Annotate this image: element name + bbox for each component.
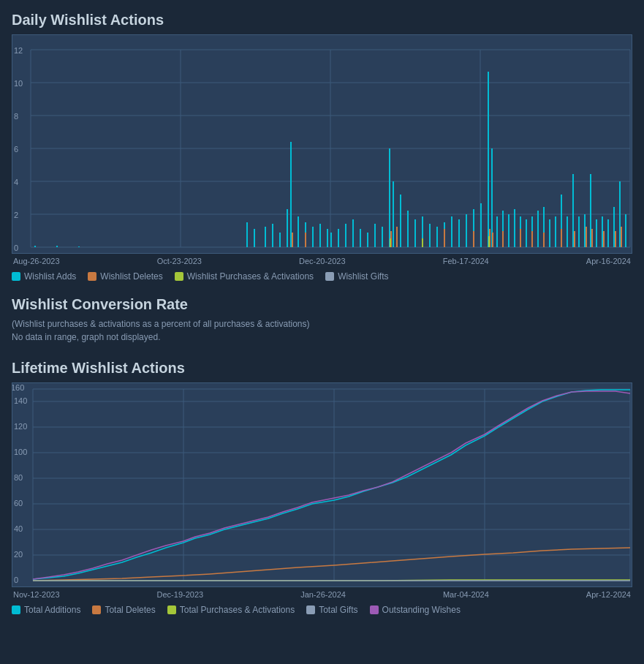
legend-color-purchases bbox=[175, 272, 183, 281]
legend-color-total-gifts bbox=[306, 605, 315, 614]
x-label-l5: Apr-12-2024 bbox=[586, 590, 631, 599]
svg-rect-42 bbox=[389, 148, 390, 247]
svg-rect-96 bbox=[591, 229, 593, 247]
conversion-title: Wishlist Conversion Rate bbox=[12, 296, 632, 313]
svg-text:20: 20 bbox=[14, 550, 23, 559]
svg-rect-72 bbox=[578, 216, 580, 247]
svg-rect-29 bbox=[298, 216, 299, 247]
svg-rect-70 bbox=[567, 216, 568, 247]
svg-rect-75 bbox=[596, 219, 597, 247]
svg-text:40: 40 bbox=[14, 524, 23, 533]
svg-rect-99 bbox=[621, 227, 622, 247]
svg-rect-81 bbox=[292, 233, 293, 247]
svg-text:4: 4 bbox=[14, 178, 18, 186]
svg-rect-88 bbox=[492, 233, 493, 247]
svg-rect-94 bbox=[574, 231, 575, 247]
svg-text:60: 60 bbox=[14, 499, 23, 508]
svg-rect-20 bbox=[56, 246, 58, 247]
svg-text:0: 0 bbox=[14, 576, 18, 584]
legend-label-adds: Wishlist Adds bbox=[24, 271, 76, 282]
svg-rect-79 bbox=[619, 181, 621, 247]
x-label-l4: Mar-04-2024 bbox=[443, 590, 489, 599]
svg-text:12: 12 bbox=[14, 46, 23, 55]
svg-rect-71 bbox=[572, 174, 574, 247]
svg-text:10: 10 bbox=[14, 79, 23, 88]
legend-color-outstanding bbox=[370, 605, 379, 614]
legend-item-total-purchases: Total Purchases & Activations bbox=[167, 605, 295, 615]
svg-rect-25 bbox=[272, 224, 273, 247]
svg-rect-38 bbox=[360, 229, 361, 247]
svg-rect-90 bbox=[520, 229, 521, 247]
x-label-l2: Dec-19-2023 bbox=[157, 590, 204, 599]
no-data-text: No data in range, graph not displayed. bbox=[12, 332, 632, 342]
svg-rect-74 bbox=[590, 174, 591, 247]
legend-item-purchases: Wishlist Purchases & Activations bbox=[175, 271, 314, 282]
svg-rect-53 bbox=[466, 214, 467, 247]
x-label-4: Feb-17-2024 bbox=[443, 257, 489, 265]
conversion-section: Wishlist Conversion Rate (Wishlist purch… bbox=[12, 296, 632, 342]
svg-rect-55 bbox=[480, 203, 482, 247]
legend-color-gifts bbox=[325, 272, 334, 281]
svg-text:120: 120 bbox=[14, 422, 27, 431]
svg-text:140: 140 bbox=[14, 396, 27, 405]
svg-rect-91 bbox=[531, 231, 533, 247]
svg-rect-98 bbox=[615, 231, 616, 247]
x-label-l1: Nov-12-2023 bbox=[13, 590, 60, 599]
svg-rect-84 bbox=[396, 227, 398, 247]
svg-text:80: 80 bbox=[14, 473, 23, 482]
x-label-l3: Jan-26-2024 bbox=[300, 590, 346, 599]
svg-rect-35 bbox=[338, 229, 339, 247]
svg-rect-23 bbox=[254, 229, 255, 247]
svg-rect-82 bbox=[305, 233, 306, 247]
legend-item-total-adds: Total Additions bbox=[12, 605, 80, 615]
svg-rect-67 bbox=[549, 219, 550, 247]
legend-item-total-gifts: Total Gifts bbox=[306, 605, 357, 615]
svg-rect-48 bbox=[429, 224, 431, 247]
svg-rect-80 bbox=[625, 214, 626, 247]
svg-rect-21 bbox=[78, 246, 80, 247]
svg-rect-77 bbox=[607, 219, 609, 247]
legend-label-total-deletes: Total Deletes bbox=[105, 605, 155, 615]
conversion-subtitle: (Wishlist purchases & activations as a p… bbox=[12, 319, 632, 329]
svg-rect-49 bbox=[436, 227, 438, 247]
svg-rect-33 bbox=[327, 229, 328, 247]
daily-chart-x-labels: Aug-26-2023 Oct-23-2023 Dec-20-2023 Feb-… bbox=[12, 257, 632, 265]
legend-label-deletes: Wishlist Deletes bbox=[100, 271, 162, 282]
lifetime-chart-x-labels: Nov-12-2023 Dec-19-2023 Jan-26-2024 Mar-… bbox=[12, 590, 632, 599]
svg-rect-41 bbox=[382, 227, 383, 247]
lifetime-chart-title: Lifetime Wishlist Actions bbox=[12, 360, 632, 377]
svg-rect-97 bbox=[603, 231, 605, 247]
svg-rect-45 bbox=[407, 211, 409, 247]
svg-rect-58 bbox=[496, 216, 498, 247]
legend-color-total-purchases bbox=[167, 605, 176, 614]
legend-color-adds bbox=[12, 272, 20, 281]
svg-rect-60 bbox=[508, 214, 509, 247]
svg-text:100: 100 bbox=[14, 448, 27, 456]
x-label-1: Aug-26-2023 bbox=[13, 257, 60, 265]
svg-rect-85 bbox=[444, 229, 445, 247]
svg-rect-76 bbox=[602, 216, 603, 247]
legend-label-gifts: Wishlist Gifts bbox=[338, 271, 388, 282]
svg-rect-31 bbox=[312, 227, 314, 247]
svg-rect-22 bbox=[246, 222, 248, 247]
daily-chart-legend: Wishlist Adds Wishlist Deletes Wishlist … bbox=[12, 271, 632, 282]
svg-rect-93 bbox=[561, 229, 562, 247]
x-label-2: Oct-23-2023 bbox=[157, 257, 202, 265]
svg-text:2: 2 bbox=[14, 211, 18, 219]
daily-chart-title: Daily Wishlist Actions bbox=[12, 12, 632, 29]
svg-rect-100 bbox=[390, 238, 391, 247]
svg-rect-89 bbox=[502, 231, 504, 247]
legend-label-total-purchases: Total Purchases & Activations bbox=[180, 605, 295, 615]
legend-label-total-gifts: Total Gifts bbox=[319, 605, 357, 615]
svg-rect-92 bbox=[543, 233, 545, 247]
daily-chart-area: 0 2 4 6 8 10 12 bbox=[12, 34, 632, 254]
legend-item-deletes: Wishlist Deletes bbox=[88, 271, 162, 282]
svg-rect-101 bbox=[422, 238, 423, 247]
svg-rect-43 bbox=[393, 181, 394, 247]
svg-rect-34 bbox=[330, 233, 332, 247]
legend-color-deletes bbox=[88, 272, 96, 281]
lifetime-chart-legend: Total Additions Total Deletes Total Purc… bbox=[12, 605, 632, 615]
svg-rect-32 bbox=[319, 224, 321, 247]
svg-text:160: 160 bbox=[12, 383, 24, 392]
svg-rect-86 bbox=[473, 231, 474, 247]
